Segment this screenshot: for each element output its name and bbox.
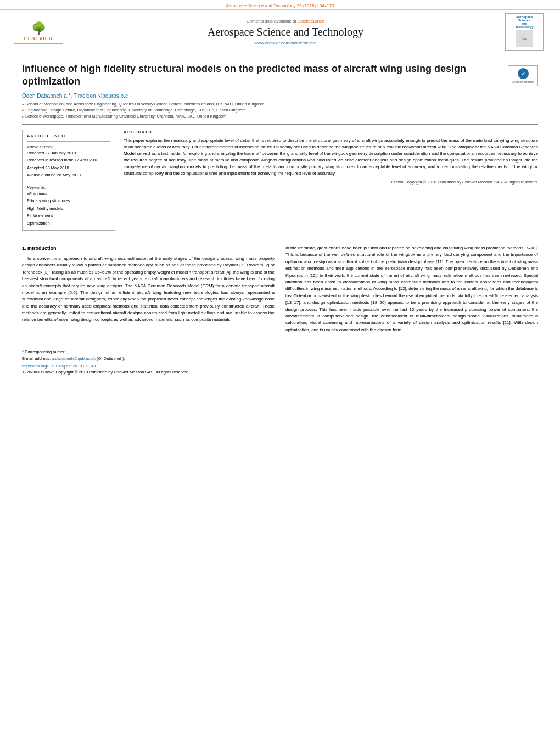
page-header: Aerospace Science and Technology 79 (201… (0, 0, 560, 54)
issn-line: 1270-9638/Crown Copyright © 2018 Publish… (22, 370, 538, 375)
keyword-2: Primary wing structures (27, 197, 110, 205)
header-middle: Contents lists available at ScienceDirec… (66, 19, 505, 46)
elsevier-tree-icon: 🌳 (16, 23, 60, 35)
col-right: In the literature, great efforts have be… (285, 245, 538, 337)
affiliation-b: b Engineering Design Centre, Department … (22, 107, 502, 113)
available-date: Available online 26 May 2018 (27, 171, 110, 179)
abstract-title: ABSTRACT (124, 130, 538, 135)
footer-section: * Corresponding author. E-mail address: … (22, 345, 538, 375)
sciencedirect-line: Contents lists available at ScienceDirec… (77, 19, 494, 24)
check-updates-label: Check for updates (511, 80, 535, 83)
section-divider (22, 124, 538, 125)
keywords-label: Keywords: (27, 185, 110, 190)
update-box: ✓ Check for updates (508, 65, 538, 86)
header-content: 🌳 ELSEVIER Contents lists available at S… (0, 9, 560, 54)
email-name: (O. Dababneh). (97, 356, 125, 361)
keyword-1: Wing mass (27, 190, 110, 198)
keyword-3: High-fidelity models (27, 205, 110, 213)
elsevier-logo-box: 🌳 ELSEVIER (14, 20, 63, 44)
affiliations: a School of Mechanical and Aerospace Eng… (22, 101, 502, 120)
article-header: Influence of high fidelity structural mo… (22, 63, 538, 120)
check-circle-icon: ✓ (518, 68, 529, 79)
corresponding-author-note: * Corresponding author. (22, 349, 538, 355)
journal-ref: Aerospace Science and Technology 79 (201… (0, 2, 560, 9)
email-link[interactable]: o.dababneh@qub.ac.uk (52, 356, 96, 361)
journal-ref-link[interactable]: Aerospace Science and Technology 79 (201… (226, 3, 334, 8)
elsevier-logo: 🌳 ELSEVIER (11, 20, 66, 44)
corresponding-label: * Corresponding author. (22, 349, 65, 354)
journal-url: www.elsevier.com/locate/aescte (77, 41, 494, 46)
keyword-5: Optimization (27, 220, 110, 227)
affiliation-c: c School of Aerospace, Transport and Man… (22, 113, 502, 119)
received-date: Received 27 January 2018 (27, 149, 110, 157)
affil-a-text: School of Mechanical and Aerospace Engin… (25, 101, 264, 107)
affil-b-text: Engineering Design Centre, Department of… (25, 107, 245, 113)
info-divider-2 (27, 182, 110, 182)
journal-url-link[interactable]: www.elsevier.com/locate/aescte (255, 41, 317, 46)
intro-paragraph-left: In a conventional approach to aircraft w… (22, 255, 275, 323)
journal-title: Aerospace Science and Technology (77, 26, 494, 38)
article-title: Influence of high fidelity structural mo… (22, 63, 502, 88)
doi-line: https://doi.org/10.1016/j.ast.2018.05.04… (22, 364, 538, 369)
two-col-body: 1. Introduction In a conventional approa… (22, 245, 538, 337)
keywords-section: Keywords: Wing mass Primary wing structu… (27, 185, 110, 227)
sciencedirect-link[interactable]: ScienceDirect (298, 19, 324, 24)
elsevier-label: ELSEVIER (16, 36, 60, 41)
ast-box: Aerospace Science and Technology img (505, 13, 544, 51)
keyword-4: Finite element (27, 212, 110, 220)
article-info: ARTICLE INFO Article History: Received 2… (22, 130, 115, 231)
affiliation-a: a School of Mechanical and Aerospace Eng… (22, 101, 502, 107)
revised-date: Received in revised form: 17 April 2018 (27, 157, 110, 164)
doi-link[interactable]: https://doi.org/10.1016/j.ast.2018.05.04… (22, 364, 96, 369)
copyright-line: Crown Copyright © 2018 Published by Else… (124, 180, 538, 185)
authors: Odeh Dababneh a,*, Timoleon Kipouros b,c (22, 93, 502, 99)
check-for-updates: ✓ Check for updates (508, 65, 538, 86)
abstract-text: This paper explores the necessary and ap… (124, 137, 538, 177)
email-label: E-mail address: (22, 356, 51, 361)
affil-c-text: School of Aerospace, Transport and Manuf… (25, 113, 226, 119)
info-abstract-section: ARTICLE INFO Article History: Received 2… (22, 130, 538, 231)
email-note: E-mail address: o.dababneh@qub.ac.uk (O.… (22, 355, 538, 362)
accepted-date: Accepted 23 May 2018 (27, 164, 110, 172)
contents-text: Contents lists available at (247, 19, 296, 24)
main-content: Influence of high fidelity structural mo… (0, 54, 560, 380)
body-section: 1. Introduction In a conventional approa… (22, 239, 538, 337)
article-title-block: Influence of high fidelity structural mo… (22, 63, 502, 120)
col-left: 1. Introduction In a conventional approa… (22, 245, 275, 337)
abstract-section: ABSTRACT This paper explores the necessa… (124, 130, 538, 231)
article-info-title: ARTICLE INFO (27, 133, 110, 138)
header-right: Aerospace Science and Technology img (505, 13, 549, 51)
intro-heading: 1. Introduction (22, 245, 275, 253)
article-dates: Received 27 January 2018 Received in rev… (27, 149, 110, 179)
body-section-divider (22, 239, 538, 239)
info-divider-1 (27, 141, 110, 142)
intro-paragraph-right: In the literature, great efforts have be… (285, 245, 538, 333)
ast-thumbnail: img (516, 30, 533, 47)
history-label: Article History: (27, 144, 110, 149)
ast-box-title: Aerospace Science and Technology (507, 15, 541, 29)
